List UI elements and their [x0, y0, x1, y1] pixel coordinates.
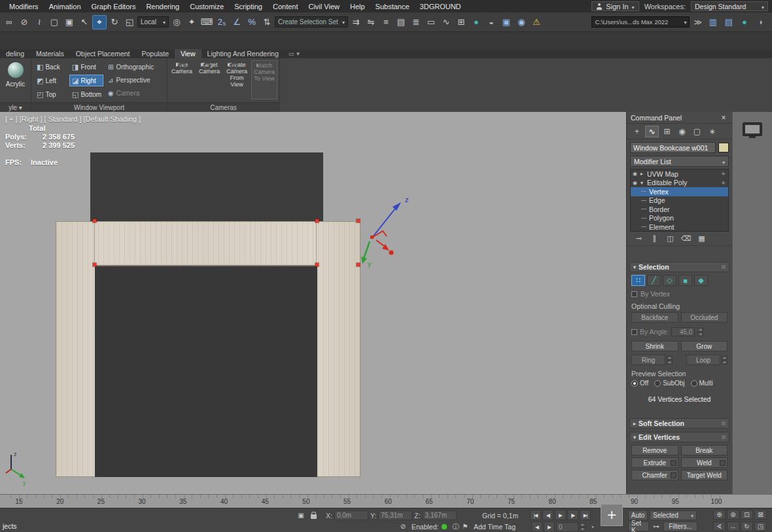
viewport[interactable]: z y z y [ + ] [Right ] [ Standard ] [Def…: [0, 112, 626, 494]
workspace-dropdown[interactable]: Design Standard: [691, 1, 768, 11]
menu-item[interactable]: Scripting: [229, 1, 268, 12]
settings-box-icon[interactable]: [671, 460, 676, 466]
toolbar-icon[interactable]: ⚠: [529, 15, 544, 29]
ring-spinner[interactable]: ▴▾: [667, 356, 673, 364]
selected-vertex[interactable]: [315, 219, 319, 222]
toolbar-overflow-chevron[interactable]: ≫: [692, 18, 703, 27]
menu-item[interactable]: Substance: [370, 1, 415, 12]
view-direction-button[interactable]: ◱ Bottom: [69, 88, 103, 100]
stack-tool-icon[interactable]: ▦: [695, 234, 708, 244]
menu-item[interactable]: Content: [268, 1, 304, 12]
modifier-stack-row[interactable]: Element: [631, 222, 728, 232]
mute-toggle-icon[interactable]: ⊘: [398, 522, 408, 531]
timeline-frame-label[interactable]: 35: [175, 498, 192, 505]
view-direction-button[interactable]: ◩ Left: [34, 75, 68, 86]
timeline-frame-label[interactable]: 70: [462, 498, 479, 505]
command-panel-tab[interactable]: ▢: [690, 126, 704, 137]
edit-vertices-button[interactable]: Extrude: [631, 457, 678, 468]
menu-item[interactable]: Graph Editors: [86, 1, 141, 12]
project-path-field[interactable]: C:\Users\us...ds Max 2022: [591, 16, 690, 27]
toolbar-icon[interactable]: %: [245, 15, 259, 29]
frame-spinner[interactable]: ▴▾: [580, 523, 586, 531]
timeline-frame-label[interactable]: 100: [708, 498, 725, 505]
viewport-nav-icon[interactable]: ∢: [713, 522, 726, 531]
ribbon-control-icon[interactable]: ▭: [289, 50, 294, 57]
stack-tool-icon[interactable]: ⌫: [680, 234, 692, 244]
model-window-opening[interactable]: [95, 265, 317, 477]
toolbar-icon[interactable]: ◑: [753, 15, 767, 29]
preview-selection-option[interactable]: Multi: [691, 380, 713, 387]
by-angle-checkbox[interactable]: [631, 329, 637, 335]
modifier-stack-row[interactable]: Vertex: [631, 187, 728, 196]
command-panel-tab[interactable]: ◉: [675, 126, 689, 137]
visibility-icon[interactable]: [633, 171, 639, 177]
style-group-label[interactable]: yle ▾: [0, 102, 31, 112]
modifier-stack-row[interactable]: ▸ UVW Map: [631, 169, 728, 179]
projection-option[interactable]: ⊞ Orthographic: [108, 62, 154, 73]
edit-vertices-button[interactable]: Remove: [631, 445, 678, 455]
edit-vertices-button[interactable]: Break: [681, 445, 728, 455]
ribbon-tab[interactable]: Populate: [136, 49, 175, 58]
toolbar-icon[interactable]: ◉: [514, 15, 529, 29]
ribbon-tab[interactable]: Object Placement: [70, 49, 136, 58]
radio-icon[interactable]: [654, 380, 661, 387]
timeline-frame-label[interactable]: 55: [339, 498, 356, 505]
coordinate-value-field[interactable]: 3,167m: [423, 510, 457, 520]
toolbar-icon[interactable]: ⌨: [200, 15, 214, 29]
modifier-list-dropdown[interactable]: Modifier List: [630, 156, 729, 167]
preview-selection-option[interactable]: Off: [631, 380, 648, 387]
viewport-nav-icon[interactable]: ⊛: [727, 510, 739, 520]
radio-icon[interactable]: [691, 380, 697, 387]
coordinate-value-field[interactable]: 75,31m: [378, 510, 412, 520]
modifier-stack-row[interactable]: ▾ Editable Poly: [631, 179, 728, 188]
next-key-button[interactable]: ▶: [544, 522, 555, 532]
viewport-nav-icon[interactable]: ◳: [754, 522, 767, 531]
toolbar-icon[interactable]: ⇋: [364, 15, 378, 29]
playback-button[interactable]: ◀|: [542, 510, 553, 520]
viewport-nav-icon[interactable]: ⊠: [754, 510, 767, 520]
selected-vertex[interactable]: [93, 219, 96, 222]
menu-item[interactable]: Animation: [44, 1, 86, 12]
subobject-mode-button[interactable]: ◆: [694, 275, 708, 286]
stack-tool-icon[interactable]: ⊸: [633, 234, 645, 244]
view-direction-button[interactable]: ◰ Top: [34, 88, 68, 100]
timeline-frame-label[interactable]: 75: [502, 498, 519, 505]
toolbar-icon[interactable]: ▤: [722, 15, 736, 29]
by-angle-spinner[interactable]: ▴▾: [697, 328, 703, 336]
ribbon-control-icon[interactable]: ▾: [296, 50, 300, 57]
projection-option[interactable]: ◉ Camera: [108, 88, 154, 99]
toolbar-icon[interactable]: ≀: [32, 15, 46, 29]
playback-button[interactable]: ▶: [555, 510, 566, 520]
timeline-frame-label[interactable]: 80: [544, 498, 561, 505]
selection-lock-toggle-icon[interactable]: [308, 510, 319, 520]
subobject-mode-button[interactable]: ∷: [631, 275, 645, 286]
ribbon-tab[interactable]: deling: [0, 49, 30, 58]
command-panel-tab[interactable]: ∿: [645, 126, 659, 137]
ribbon-tab[interactable]: Materials: [30, 49, 70, 58]
by-vertex-checkbox[interactable]: [631, 291, 637, 297]
previous-key-button[interactable]: ◀: [531, 522, 542, 532]
by-angle-value[interactable]: 45,0: [671, 327, 695, 336]
preview-selection-option[interactable]: SubObj: [654, 380, 684, 387]
backface-button[interactable]: Backface: [631, 312, 678, 323]
coordinate-value-field[interactable]: 0,0m: [334, 510, 368, 520]
playback-button[interactable]: |▶: [567, 510, 578, 520]
radio-icon[interactable]: [631, 380, 638, 387]
sign-in-button[interactable]: Sign In: [591, 1, 639, 11]
subobject-mode-button[interactable]: ◇: [663, 275, 676, 286]
menu-item[interactable]: Help: [345, 1, 370, 12]
camera-tool-button[interactable]: Free Camera: [169, 60, 195, 99]
grow-button[interactable]: Grow: [681, 341, 728, 351]
key-selection-dropdown[interactable]: Selected: [650, 510, 697, 520]
timeline-frame-label[interactable]: 60: [379, 498, 396, 505]
set-key-button[interactable]: Set K.: [628, 522, 649, 531]
loop-spinner[interactable]: ▴▾: [722, 356, 728, 364]
toolbar-icon[interactable]: ●: [737, 15, 752, 29]
toolbar-icon[interactable]: ∠: [230, 15, 244, 29]
ribbon-tab[interactable]: View: [175, 49, 202, 58]
timeline-frame-label[interactable]: 40: [216, 498, 233, 505]
timeline-frame-label[interactable]: 95: [667, 498, 684, 505]
command-panel-titlebar[interactable]: Command Panel ×: [627, 112, 732, 124]
soft-selection-rollout-header[interactable]: ▸ Soft Selection: [629, 418, 729, 429]
timeline-frame-label[interactable]: 20: [52, 498, 69, 505]
